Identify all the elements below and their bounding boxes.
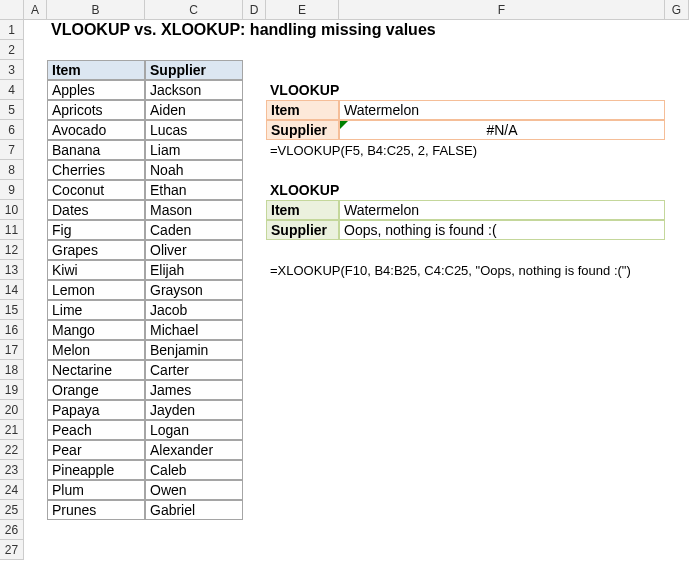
table-header-supplier: Supplier (145, 60, 243, 80)
vlookup-formula: =VLOOKUP(F5, B4:C25, 2, FALSE) (266, 140, 665, 160)
table-cell-supplier[interactable]: Michael (145, 320, 243, 340)
xlookup-supplier-label: Supplier (266, 220, 339, 240)
row-header[interactable]: 6 (0, 120, 24, 140)
table-cell-supplier[interactable]: Liam (145, 140, 243, 160)
row-header[interactable]: 15 (0, 300, 24, 320)
row-header[interactable]: 21 (0, 420, 24, 440)
table-cell-supplier[interactable]: Gabriel (145, 500, 243, 520)
vlookup-label: VLOOKUP (266, 80, 339, 100)
table-cell-item[interactable]: Lime (47, 300, 145, 320)
table-cell-item[interactable]: Orange (47, 380, 145, 400)
row-header[interactable]: 8 (0, 160, 24, 180)
error-text: #N/A (486, 122, 517, 138)
row-header[interactable]: 16 (0, 320, 24, 340)
table-cell-supplier[interactable]: Elijah (145, 260, 243, 280)
table-cell-item[interactable]: Nectarine (47, 360, 145, 380)
table-cell-supplier[interactable]: James (145, 380, 243, 400)
table-cell-item[interactable]: Papaya (47, 400, 145, 420)
table-cell-supplier[interactable]: Lucas (145, 120, 243, 140)
table-cell-item[interactable]: Apples (47, 80, 145, 100)
table-cell-supplier[interactable]: Alexander (145, 440, 243, 460)
table-cell-item[interactable]: Apricots (47, 100, 145, 120)
vlookup-supplier-label: Supplier (266, 120, 339, 140)
xlookup-supplier-value[interactable]: Oops, nothing is found :( (339, 220, 665, 240)
vlookup-item-value[interactable]: Watermelon (339, 100, 665, 120)
row-header[interactable]: 23 (0, 460, 24, 480)
table-cell-item[interactable]: Mango (47, 320, 145, 340)
col-header[interactable]: B (47, 0, 145, 20)
row-header[interactable]: 14 (0, 280, 24, 300)
table-cell-supplier[interactable]: Aiden (145, 100, 243, 120)
row-header[interactable]: 11 (0, 220, 24, 240)
spreadsheet: ABCDEFG123456789101112131415161718192021… (0, 0, 689, 576)
row-header[interactable]: 13 (0, 260, 24, 280)
table-cell-item[interactable]: Dates (47, 200, 145, 220)
table-cell-item[interactable]: Banana (47, 140, 145, 160)
row-header[interactable]: 24 (0, 480, 24, 500)
row-header[interactable]: 19 (0, 380, 24, 400)
row-header[interactable]: 26 (0, 520, 24, 540)
row-header[interactable]: 1 (0, 20, 24, 40)
col-header[interactable]: D (243, 0, 266, 20)
table-cell-item[interactable]: Coconut (47, 180, 145, 200)
row-header[interactable]: 4 (0, 80, 24, 100)
row-header[interactable]: 12 (0, 240, 24, 260)
table-cell-supplier[interactable]: Jackson (145, 80, 243, 100)
row-header[interactable]: 3 (0, 60, 24, 80)
table-cell-supplier[interactable]: Jayden (145, 400, 243, 420)
xlookup-item-label: Item (266, 200, 339, 220)
xlookup-item-value[interactable]: Watermelon (339, 200, 665, 220)
corner-cell[interactable] (0, 0, 24, 20)
table-cell-item[interactable]: Grapes (47, 240, 145, 260)
table-cell-supplier[interactable]: Logan (145, 420, 243, 440)
col-header[interactable]: A (24, 0, 47, 20)
table-cell-supplier[interactable]: Grayson (145, 280, 243, 300)
table-cell-supplier[interactable]: Benjamin (145, 340, 243, 360)
row-header[interactable]: 25 (0, 500, 24, 520)
page-title: VLOOKUP vs. XLOOKUP: handling missing va… (47, 20, 665, 40)
table-cell-item[interactable]: Pineapple (47, 460, 145, 480)
table-cell-supplier[interactable]: Caden (145, 220, 243, 240)
row-header[interactable]: 27 (0, 540, 24, 560)
row-header[interactable]: 5 (0, 100, 24, 120)
vlookup-item-label: Item (266, 100, 339, 120)
row-header[interactable]: 17 (0, 340, 24, 360)
table-cell-supplier[interactable]: Carter (145, 360, 243, 380)
row-header[interactable]: 10 (0, 200, 24, 220)
table-cell-item[interactable]: Lemon (47, 280, 145, 300)
table-cell-item[interactable]: Plum (47, 480, 145, 500)
xlookup-label: XLOOKUP (266, 180, 339, 200)
col-header[interactable]: G (665, 0, 689, 20)
table-cell-item[interactable]: Fig (47, 220, 145, 240)
table-cell-item[interactable]: Cherries (47, 160, 145, 180)
table-cell-supplier[interactable]: Owen (145, 480, 243, 500)
col-header[interactable]: F (339, 0, 665, 20)
table-cell-supplier[interactable]: Caleb (145, 460, 243, 480)
row-header[interactable]: 20 (0, 400, 24, 420)
table-cell-supplier[interactable]: Ethan (145, 180, 243, 200)
table-cell-supplier[interactable]: Oliver (145, 240, 243, 260)
row-header[interactable]: 9 (0, 180, 24, 200)
table-cell-supplier[interactable]: Jacob (145, 300, 243, 320)
table-cell-supplier[interactable]: Noah (145, 160, 243, 180)
row-header[interactable]: 18 (0, 360, 24, 380)
table-cell-item[interactable]: Avocado (47, 120, 145, 140)
col-header[interactable]: E (266, 0, 339, 20)
error-indicator-icon (340, 121, 348, 129)
row-header[interactable]: 22 (0, 440, 24, 460)
table-cell-item[interactable]: Prunes (47, 500, 145, 520)
vlookup-supplier-value[interactable]: #N/A (339, 120, 665, 140)
table-cell-supplier[interactable]: Mason (145, 200, 243, 220)
table-header-item: Item (47, 60, 145, 80)
table-cell-item[interactable]: Kiwi (47, 260, 145, 280)
table-cell-item[interactable]: Melon (47, 340, 145, 360)
row-header[interactable]: 2 (0, 40, 24, 60)
table-cell-item[interactable]: Peach (47, 420, 145, 440)
table-cell-item[interactable]: Pear (47, 440, 145, 460)
col-header[interactable]: C (145, 0, 243, 20)
row-header[interactable]: 7 (0, 140, 24, 160)
xlookup-formula: =XLOOKUP(F10, B4:B25, C4:C25, "Oops, not… (266, 260, 689, 280)
